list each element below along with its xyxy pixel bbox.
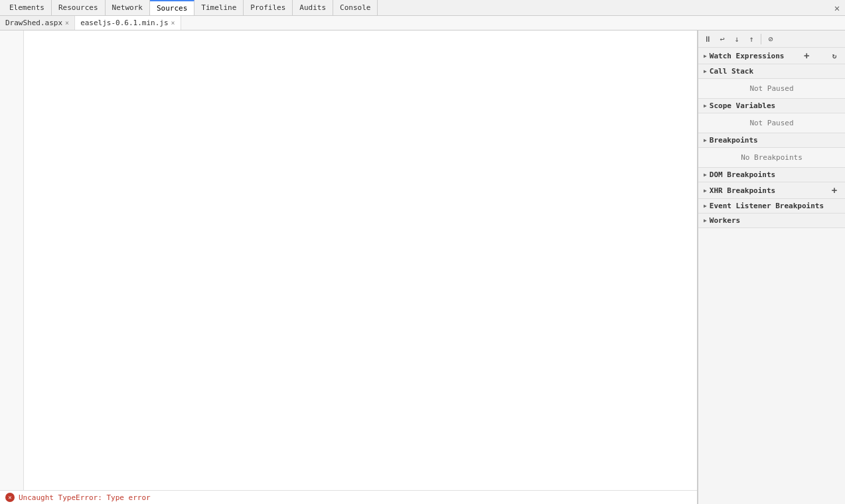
tab-resources[interactable]: Resources xyxy=(52,0,106,15)
step-into-button[interactable]: ↓ xyxy=(730,32,743,46)
xhr-breakpoints-label: XHR Breakpoints xyxy=(710,186,775,195)
callstack-triangle: ▶ xyxy=(704,68,707,74)
file-tab-drawshed-label: DrawShed.aspx xyxy=(5,19,62,27)
watch-expressions-header[interactable]: ▶ Watch Expressions + ↻ xyxy=(698,48,845,64)
debugger-toolbar: ⏸ ↩ ↓ ↑ ⊘ xyxy=(698,31,845,48)
callstack-label: Call Stack xyxy=(710,67,753,76)
file-tab-easeljs-label: easeljs-0.6.1.min.js xyxy=(80,19,168,27)
code-panel: ✕ Uncaught TypeError: Type error xyxy=(0,31,698,504)
tab-timeline[interactable]: Timeline xyxy=(194,0,244,15)
step-over-button[interactable]: ↩ xyxy=(716,32,729,46)
workers-header[interactable]: ▶ Workers xyxy=(698,214,845,228)
main-layout: ✕ Uncaught TypeError: Type error ⏸ ↩ ↓ ↑… xyxy=(0,31,845,504)
error-icon: ✕ xyxy=(5,493,15,502)
breakpoints-label: Breakpoints xyxy=(710,136,758,145)
scope-variables-header[interactable]: ▶ Scope Variables xyxy=(698,99,845,113)
event-listener-label: Event Listener Breakpoints xyxy=(710,202,824,210)
scope-label: Scope Variables xyxy=(710,101,775,110)
code-area[interactable] xyxy=(0,31,697,490)
watch-refresh-button[interactable]: ↻ xyxy=(829,50,840,61)
xhr-triangle: ▶ xyxy=(704,188,707,194)
error-message: Uncaught TypeError: Type error xyxy=(19,493,151,502)
workers-label: Workers xyxy=(710,216,740,225)
file-tab-drawshed[interactable]: DrawShed.aspx × xyxy=(0,16,75,30)
right-panel: ⏸ ↩ ↓ ↑ ⊘ ▶ Watch Expressions + ↻ ▶ Call… xyxy=(698,31,845,504)
watch-label: Watch Expressions xyxy=(710,52,785,60)
tab-profiles[interactable]: Profiles xyxy=(244,0,293,15)
scope-triangle: ▶ xyxy=(704,103,707,109)
breakpoints-triangle: ▶ xyxy=(704,137,707,143)
tab-network[interactable]: Network xyxy=(106,0,150,15)
error-bar: ✕ Uncaught TypeError: Type error xyxy=(0,490,697,504)
toolbar-separator xyxy=(761,34,761,44)
event-triangle: ▶ xyxy=(704,203,707,209)
file-tab-drawshed-close[interactable]: × xyxy=(65,19,69,27)
line-numbers xyxy=(0,31,24,490)
pause-button[interactable]: ⏸ xyxy=(701,32,714,46)
breakpoints-header[interactable]: ▶ Breakpoints xyxy=(698,133,845,148)
file-tab-easeljs[interactable]: easeljs-0.6.1.min.js × xyxy=(75,16,181,30)
top-nav-bar: Elements Resources Network Sources Timel… xyxy=(0,0,845,16)
call-stack-header[interactable]: ▶ Call Stack xyxy=(698,64,845,79)
devtools-close-button[interactable]: ✕ xyxy=(832,3,842,13)
tab-audits[interactable]: Audits xyxy=(293,0,333,15)
watch-triangle: ▶ xyxy=(704,53,707,59)
dom-breakpoints-label: DOM Breakpoints xyxy=(710,170,775,179)
dom-triangle: ▶ xyxy=(704,172,707,178)
tab-console[interactable]: Console xyxy=(333,0,378,15)
file-tabs-bar: DrawShed.aspx × easeljs-0.6.1.min.js × xyxy=(0,16,845,31)
xhr-breakpoints-header[interactable]: ▶ XHR Breakpoints + xyxy=(698,182,845,199)
tab-elements[interactable]: Elements xyxy=(3,0,52,15)
workers-triangle: ▶ xyxy=(704,218,707,223)
tab-sources[interactable]: Sources xyxy=(150,0,194,15)
watch-add-button[interactable]: + xyxy=(801,50,812,61)
deactivate-button[interactable]: ⊘ xyxy=(764,32,777,46)
file-tab-easeljs-close[interactable]: × xyxy=(171,19,175,27)
step-out-button[interactable]: ↑ xyxy=(745,32,758,46)
event-listener-header[interactable]: ▶ Event Listener Breakpoints xyxy=(698,199,845,214)
xhr-add-button[interactable]: + xyxy=(829,185,840,196)
code-content[interactable] xyxy=(24,31,697,490)
dom-breakpoints-header[interactable]: ▶ DOM Breakpoints xyxy=(698,168,845,182)
callstack-content: Not Paused xyxy=(698,79,845,99)
breakpoints-content: No Breakpoints xyxy=(698,148,845,168)
scope-content: Not Paused xyxy=(698,113,845,133)
